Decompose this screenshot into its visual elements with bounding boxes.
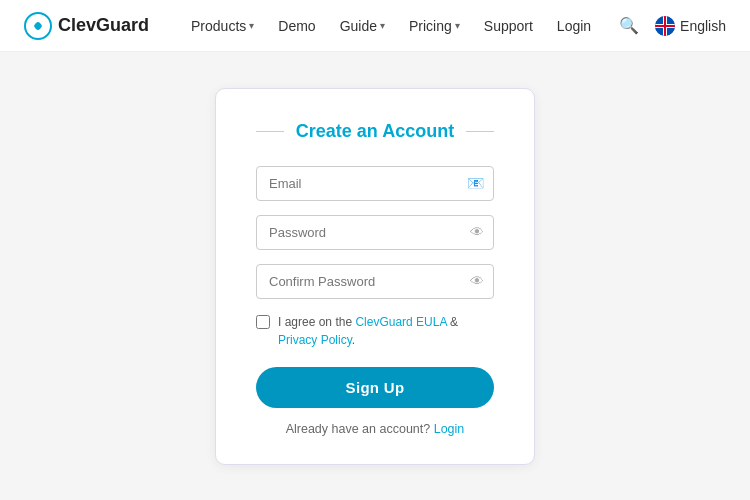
confirm-password-input[interactable] bbox=[256, 264, 494, 299]
flag-icon bbox=[655, 16, 675, 36]
password-group: 👁 bbox=[256, 215, 494, 250]
login-row: Already have an account? Login bbox=[256, 422, 494, 436]
email-icon: 📧 bbox=[467, 175, 484, 191]
signup-button[interactable]: Sign Up bbox=[256, 367, 494, 408]
confirm-password-group: 👁 bbox=[256, 264, 494, 299]
nav-products[interactable]: Products ▾ bbox=[181, 12, 264, 40]
main-nav: Products ▾ Demo Guide ▾ Pricing ▾ Suppor… bbox=[181, 12, 619, 40]
search-icon[interactable]: 🔍 bbox=[619, 16, 639, 35]
agreement-row: I agree on the ClevGuard EULA & Privacy … bbox=[256, 313, 494, 349]
card-title: Create an Account bbox=[296, 121, 454, 142]
nav-login[interactable]: Login bbox=[547, 12, 601, 40]
nav-support[interactable]: Support bbox=[474, 12, 543, 40]
confirm-visibility-icon[interactable]: 👁 bbox=[470, 273, 484, 289]
nav-demo[interactable]: Demo bbox=[268, 12, 325, 40]
agreement-text: I agree on the ClevGuard EULA & Privacy … bbox=[278, 313, 494, 349]
pricing-chevron-icon: ▾ bbox=[455, 20, 460, 31]
language-label: English bbox=[680, 18, 726, 34]
password-input[interactable] bbox=[256, 215, 494, 250]
card-title-row: Create an Account bbox=[256, 121, 494, 142]
language-selector[interactable]: English bbox=[655, 16, 726, 36]
logo-icon bbox=[24, 12, 52, 40]
title-line-right bbox=[466, 131, 494, 132]
privacy-link[interactable]: Privacy Policy bbox=[278, 333, 352, 347]
svg-rect-5 bbox=[664, 16, 666, 36]
logo-text: ClevGuard bbox=[58, 15, 149, 36]
login-link[interactable]: Login bbox=[434, 422, 465, 436]
eula-link[interactable]: ClevGuard EULA bbox=[355, 315, 446, 329]
email-group: 📧 bbox=[256, 166, 494, 201]
main-content: Create an Account 📧 👁 👁 I agree on the C… bbox=[0, 52, 750, 500]
header: ClevGuard Products ▾ Demo Guide ▾ Pricin… bbox=[0, 0, 750, 52]
guide-chevron-icon: ▾ bbox=[380, 20, 385, 31]
password-visibility-icon[interactable]: 👁 bbox=[470, 224, 484, 240]
logo[interactable]: ClevGuard bbox=[24, 12, 149, 40]
nav-guide[interactable]: Guide ▾ bbox=[330, 12, 395, 40]
nav-pricing[interactable]: Pricing ▾ bbox=[399, 12, 470, 40]
title-line-left bbox=[256, 131, 284, 132]
agreement-checkbox[interactable] bbox=[256, 315, 270, 329]
email-input[interactable] bbox=[256, 166, 494, 201]
signup-card: Create an Account 📧 👁 👁 I agree on the C… bbox=[215, 88, 535, 465]
header-right: 🔍 English bbox=[619, 16, 726, 36]
products-chevron-icon: ▾ bbox=[249, 20, 254, 31]
